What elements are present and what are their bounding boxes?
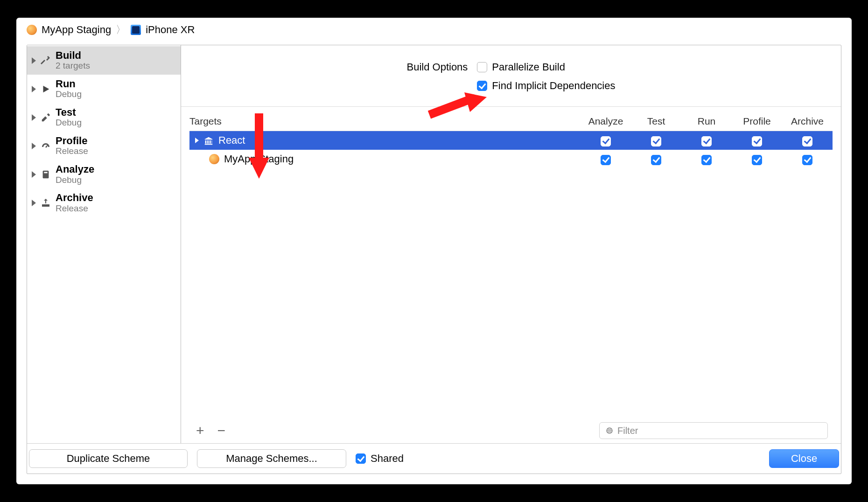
shared-row[interactable]: Shared [356,453,404,465]
sidebar: Build 2 targets Run Debug [27,45,181,443]
build-options: Build Options Parallelize Build Find Imp… [181,45,841,107]
scheme-icon [27,25,37,35]
framework-icon [203,135,214,146]
breadcrumb: MyApp Staging 〉 iPhone XR [16,18,852,42]
sidebar-item-sub: Release [56,204,93,214]
run-checkbox[interactable] [701,136,712,146]
breadcrumb-device[interactable]: iPhone XR [146,24,195,36]
col-run: Run [681,116,732,127]
breadcrumb-separator: 〉 [116,23,126,37]
hammer-icon [40,55,52,66]
disclosure-triangle-icon[interactable] [195,138,199,143]
sidebar-item-profile[interactable]: Profile Release [27,132,181,160]
app-icon [209,154,219,164]
manage-schemes-button[interactable]: Manage Schemes... [197,449,346,468]
targets-table: Targets Analyze Test Run Profile Archive [189,112,833,443]
target-name: React [218,134,245,146]
remove-target-button[interactable]: − [217,423,226,439]
test-checkbox[interactable] [651,155,661,165]
sidebar-item-sub: 2 targets [56,61,90,71]
implicit-deps-label: Find Implicit Dependencies [492,80,615,92]
sidebar-item-sub: Debug [56,90,82,99]
svg-rect-0 [43,171,49,179]
sidebar-item-label: Build [56,50,90,61]
col-analyze: Analyze [581,116,631,127]
archive-checkbox[interactable] [802,155,812,165]
analyze-icon [40,169,52,180]
disclosure-triangle-icon [32,200,36,206]
targets-table-header: Targets Analyze Test Run Profile Archive [189,112,833,131]
breadcrumb-scheme[interactable]: MyApp Staging [42,24,111,36]
sidebar-item-label: Profile [56,135,88,146]
shared-label: Shared [371,453,404,465]
col-test: Test [631,116,681,127]
table-row[interactable]: MyApp Staging [189,150,833,168]
disclosure-triangle-icon [32,143,36,149]
col-archive: Archive [782,116,833,127]
filter-icon [605,426,614,435]
sidebar-item-label: Test [56,107,82,118]
archive-checkbox[interactable] [802,136,812,146]
sidebar-item-sub: Debug [56,118,82,128]
parallelize-build-label: Parallelize Build [492,61,565,73]
profile-checkbox[interactable] [752,155,762,165]
parallelize-build-row[interactable]: Parallelize Build [477,61,615,73]
disclosure-triangle-icon [32,114,36,121]
sidebar-item-sub: Release [56,146,88,156]
gauge-icon [40,140,52,152]
bottom-bar: Duplicate Scheme Manage Schemes... Share… [27,444,841,474]
shared-checkbox[interactable] [356,453,366,464]
play-icon [40,84,52,94]
parallelize-build-checkbox[interactable] [477,62,487,72]
duplicate-scheme-button[interactable]: Duplicate Scheme [29,449,188,468]
scheme-editor-window: MyApp Staging 〉 iPhone XR Build 2 target… [16,18,852,484]
filter-placeholder: Filter [617,425,638,436]
sidebar-item-archive[interactable]: Archive Release [27,188,181,217]
sidebar-item-label: Analyze [56,164,94,175]
sidebar-item-run[interactable]: Run Debug [27,75,181,103]
wrench-icon [40,112,52,123]
col-profile: Profile [732,116,782,127]
test-checkbox[interactable] [651,136,661,146]
disclosure-triangle-icon [32,171,36,178]
disclosure-triangle-icon [32,57,36,64]
content-pane: Build Options Parallelize Build Find Imp… [181,45,841,443]
implicit-deps-row[interactable]: Find Implicit Dependencies [477,80,615,92]
run-checkbox[interactable] [701,155,712,165]
col-targets: Targets [189,116,581,127]
profile-checkbox[interactable] [752,136,762,146]
implicit-deps-checkbox[interactable] [477,81,487,91]
table-footer: + − Filter [189,418,833,443]
sidebar-item-analyze[interactable]: Analyze Debug [27,160,181,188]
close-button[interactable]: Close [769,449,839,468]
target-name: MyApp Staging [224,153,294,165]
build-options-label: Build Options [407,61,468,73]
filter-field[interactable]: Filter [599,422,828,439]
archive-icon [40,197,52,209]
sidebar-item-sub: Debug [56,175,94,185]
analyze-checkbox[interactable] [601,155,611,165]
sheet: Build 2 targets Run Debug [27,45,841,474]
sidebar-item-test[interactable]: Test Debug [27,103,181,132]
sidebar-item-build[interactable]: Build 2 targets [27,46,181,75]
disclosure-triangle-icon [32,86,36,92]
sidebar-item-label: Archive [56,192,93,203]
table-row[interactable]: React [189,131,833,150]
device-icon [131,25,141,35]
svg-rect-1 [44,172,47,173]
add-target-button[interactable]: + [196,423,204,439]
analyze-checkbox[interactable] [601,136,611,146]
sidebar-item-label: Run [56,78,82,90]
